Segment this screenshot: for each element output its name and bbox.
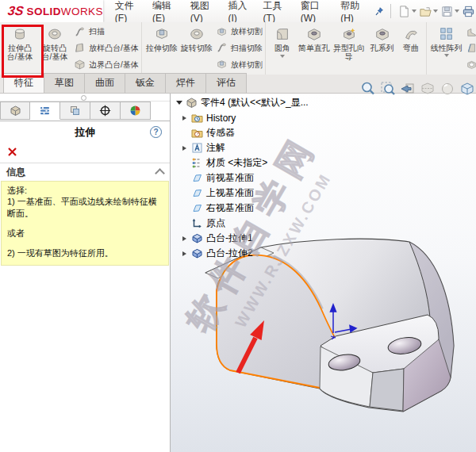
new-dropdown-caret-icon[interactable] bbox=[412, 10, 416, 13]
rib-button[interactable]: 筋 bbox=[466, 25, 476, 40]
loft-cut-icon bbox=[216, 26, 228, 38]
boundary-boss-button[interactable]: 边界凸台/基体 bbox=[74, 57, 139, 72]
tree-item-label: 凸台-拉伸2 bbox=[206, 247, 253, 260]
tree-item-label: 右视基准面 bbox=[206, 201, 254, 215]
info-section-header[interactable]: 信息 bbox=[0, 163, 170, 181]
property-manager-panel: 拉伸 ? 信息 选择: 1) 一基准面、平面或边线来绘制特征横断面。 或者 2)… bbox=[0, 94, 171, 452]
handle-dot-icon bbox=[81, 95, 86, 101]
save-dropdown-caret-icon[interactable] bbox=[455, 10, 459, 13]
hole-wizard-button[interactable]: 异型孔向导 bbox=[332, 24, 366, 61]
expand-arrow-icon[interactable] bbox=[181, 146, 188, 151]
hole-wizard-icon bbox=[341, 26, 357, 42]
heads-up-toolbar bbox=[359, 79, 476, 98]
configuration-manager-icon bbox=[69, 105, 81, 117]
command-manager-ribbon: 拉伸凸台/基体 旋转凸台/基体 扫描 放样凸台/基体 边界凸台/基体 拉伸切除 … bbox=[0, 22, 476, 75]
zoom-fit-button[interactable] bbox=[359, 79, 377, 98]
property-manager-tab[interactable] bbox=[30, 102, 60, 120]
section-view-button[interactable] bbox=[418, 79, 436, 98]
extrude-cut-button[interactable]: 拉伸切除 bbox=[145, 24, 178, 52]
tab-sheet-metal[interactable]: 钣金 bbox=[125, 73, 166, 93]
view-settings-icon bbox=[439, 80, 456, 98]
tree-item-front-plane[interactable]: 前视基准面 bbox=[175, 170, 338, 186]
view-settings-button[interactable] bbox=[438, 79, 456, 98]
boss-extrude-icon bbox=[191, 232, 203, 244]
tree-item-part-root[interactable]: 零件4 (默认<<默认>_显... bbox=[175, 95, 338, 110]
tree-item-sensors[interactable]: 传感器 bbox=[175, 125, 338, 140]
expand-arrow-icon[interactable] bbox=[175, 101, 182, 105]
info-line: 或者 bbox=[7, 228, 163, 239]
flex-button[interactable]: 弯曲 bbox=[399, 24, 423, 52]
tree-item-label: 前视基准面 bbox=[206, 171, 254, 185]
save-button[interactable] bbox=[440, 3, 460, 20]
tab-surfaces[interactable]: 曲面 bbox=[84, 73, 125, 93]
tree-item-right-plane[interactable]: 右视基准面 bbox=[175, 201, 338, 216]
cancel-x-icon bbox=[9, 148, 16, 155]
tree-item-origin[interactable]: 原点 bbox=[175, 216, 338, 231]
3d-model[interactable] bbox=[205, 239, 454, 412]
linear-pattern-icon bbox=[439, 26, 455, 42]
pattern-dropdown-caret-icon[interactable] bbox=[444, 54, 449, 57]
tree-item-annotations[interactable]: 注解 bbox=[175, 140, 338, 155]
fillet-icon bbox=[274, 26, 290, 42]
brand-rest: WORKS bbox=[61, 6, 103, 17]
tree-item-history[interactable]: History bbox=[175, 110, 338, 125]
configuration-manager-tab[interactable] bbox=[60, 102, 90, 120]
fillet-button[interactable]: 圆角 bbox=[269, 24, 296, 58]
new-document-button[interactable] bbox=[397, 3, 417, 20]
display-style-button[interactable] bbox=[458, 79, 476, 98]
loft-label: 放样凸台/基体 bbox=[89, 43, 139, 54]
linear-pattern-button[interactable]: 线性阵列 bbox=[430, 24, 463, 57]
info-line: 1) 一基准面、平面或边线来绘制特征横断面。 bbox=[7, 196, 163, 219]
boundary-cut-button[interactable]: 放样切割 bbox=[216, 57, 263, 72]
loft-boss-button[interactable]: 放样凸台/基体 bbox=[74, 40, 139, 56]
ribbon-group-pattern: 线性阵列 筋 拔模 抽壳 bbox=[427, 22, 476, 75]
tree-item-boss-extrude1[interactable]: 凸台-拉伸1 bbox=[175, 231, 338, 246]
fillet-dropdown-caret-icon[interactable] bbox=[280, 55, 285, 58]
help-icon[interactable]: ? bbox=[150, 126, 162, 138]
open-document-button[interactable] bbox=[418, 3, 439, 20]
ribbon-group-cut: 拉伸切除 旋转切除 放样切割 扫描切除 放样切割 bbox=[142, 22, 266, 75]
tree-item-top-plane[interactable]: 上视基准面 bbox=[175, 186, 338, 201]
tree-item-boss-extrude2[interactable]: 凸台-拉伸2 bbox=[175, 246, 338, 261]
zoom-area-button[interactable] bbox=[378, 79, 397, 98]
loft-cut-button[interactable]: 放样切割 bbox=[216, 25, 263, 40]
history-folder-icon bbox=[191, 112, 203, 124]
boss-extrude-icon bbox=[191, 247, 203, 259]
open-dropdown-caret-icon[interactable] bbox=[433, 10, 438, 13]
simple-hole-button[interactable]: 简单直孔 bbox=[298, 24, 331, 52]
annotations-icon bbox=[191, 142, 203, 154]
hole-series-button[interactable]: 孔系列 bbox=[367, 24, 397, 52]
material-icon bbox=[191, 157, 203, 169]
loft-cut-label: 放样切割 bbox=[231, 26, 263, 37]
solidworks-logo: 3S SOLIDWORKS bbox=[0, 0, 103, 22]
draft-button[interactable]: 拔模 bbox=[466, 40, 476, 56]
revolve-cut-button[interactable]: 旋转切除 bbox=[180, 24, 213, 52]
sweep-boss-button[interactable]: 扫描 bbox=[74, 25, 139, 40]
tab-weldments[interactable]: 焊件 bbox=[165, 73, 206, 93]
feature-manager-tab[interactable] bbox=[0, 102, 30, 120]
panel-resize-handle[interactable] bbox=[0, 94, 170, 102]
shell-button[interactable]: 抽壳 bbox=[466, 57, 476, 72]
extrude-cut-label: 拉伸切除 bbox=[146, 44, 178, 52]
tab-sketch[interactable]: 草图 bbox=[44, 73, 85, 93]
flange-front-face[interactable] bbox=[370, 369, 404, 411]
tab-evaluate[interactable]: 评估 bbox=[205, 73, 247, 93]
ds-logo-icon: 3S bbox=[7, 4, 25, 18]
dimxpert-target-icon bbox=[99, 105, 111, 117]
sweep-cut-button[interactable]: 扫描切除 bbox=[216, 40, 263, 56]
tree-item-label: History bbox=[206, 113, 236, 124]
print-button[interactable] bbox=[461, 3, 476, 20]
collapse-chevron-icon[interactable] bbox=[155, 168, 165, 178]
expand-arrow-icon[interactable] bbox=[181, 251, 188, 256]
display-manager-tab[interactable] bbox=[121, 102, 151, 120]
expand-arrow-icon[interactable] bbox=[181, 116, 188, 121]
dimxpert-manager-tab[interactable] bbox=[90, 102, 121, 120]
tree-item-label: 注解 bbox=[206, 141, 225, 155]
previous-view-button[interactable] bbox=[398, 79, 416, 98]
tree-item-material[interactable]: 材质 <未指定> bbox=[175, 155, 338, 170]
expand-arrow-icon[interactable] bbox=[181, 236, 188, 241]
cancel-button[interactable] bbox=[7, 147, 17, 157]
origin-icon bbox=[191, 217, 203, 229]
cancel-row bbox=[0, 144, 170, 159]
pin-menu-icon[interactable] bbox=[374, 6, 385, 17]
